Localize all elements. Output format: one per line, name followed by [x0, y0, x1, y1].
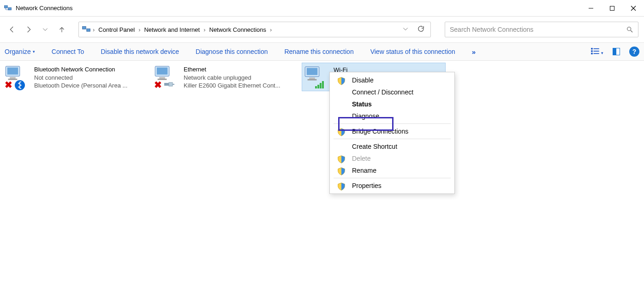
close-button[interactable]	[623, 0, 644, 17]
svg-rect-35	[320, 83, 322, 88]
shield-icon	[337, 155, 346, 164]
svg-rect-14	[591, 53, 593, 54]
content-area: ✖ Bluetooth Network Connection Not conne…	[0, 61, 644, 94]
breadcrumb-item[interactable]: Control Panel	[96, 25, 137, 34]
menu-separator	[334, 123, 451, 124]
chevron-right-icon: ›	[270, 26, 272, 33]
connection-status: Network cable unplugged	[184, 74, 280, 82]
connection-status: Not connected	[34, 74, 127, 82]
views-button[interactable]: ▾	[591, 48, 603, 56]
menu-bridge[interactable]: Bridge Connections	[330, 125, 454, 137]
maximize-button[interactable]	[602, 0, 623, 17]
context-menu: Disable Connect / Disconnect Status Diag…	[329, 72, 455, 194]
organize-menu[interactable]: Organize	[5, 48, 35, 55]
svg-rect-34	[317, 85, 319, 88]
search-box[interactable]	[445, 22, 638, 37]
view-status-button[interactable]: View status of this connection	[370, 48, 455, 55]
diagnose-button[interactable]: Diagnose this connection	[196, 48, 268, 55]
minimize-button[interactable]	[580, 0, 602, 17]
connection-name: Ethernet	[184, 65, 280, 74]
svg-rect-16	[594, 51, 599, 52]
refresh-button[interactable]	[417, 25, 425, 34]
search-icon	[626, 26, 633, 33]
menu-separator	[334, 139, 451, 139]
titlebar: Network Connections	[0, 0, 644, 17]
recent-button[interactable]	[41, 25, 50, 34]
menu-label: Delete	[352, 155, 370, 162]
menu-diagnose[interactable]: Diagnose	[330, 110, 454, 122]
ethernet-plug-icon	[164, 81, 174, 89]
menu-properties[interactable]: Properties	[330, 180, 454, 192]
error-x-icon: ✖	[5, 79, 12, 90]
connection-device: Bluetooth Device (Personal Area ...	[34, 82, 127, 90]
address-icon	[82, 25, 91, 34]
menu-disable[interactable]: Disable	[330, 74, 454, 86]
chevron-right-icon: ›	[203, 26, 205, 33]
forward-button[interactable]	[24, 25, 33, 34]
svg-rect-9	[87, 29, 90, 31]
disable-device-button[interactable]: Disable this network device	[101, 48, 179, 55]
menu-connect-disconnect[interactable]: Connect / Disconnect	[330, 86, 454, 98]
menu-rename[interactable]: Rename	[330, 164, 454, 176]
shield-icon	[337, 128, 346, 136]
back-button[interactable]	[7, 25, 17, 34]
address-dropdown-button[interactable]	[402, 26, 409, 34]
svg-rect-30	[307, 68, 317, 75]
menu-label: Rename	[352, 167, 376, 174]
svg-rect-0	[5, 6, 8, 8]
rename-button[interactable]: Rename this connection	[284, 48, 353, 55]
svg-rect-36	[322, 81, 324, 88]
shield-icon	[337, 182, 346, 191]
connection-item-bluetooth[interactable]: ✖ Bluetooth Network Connection Not conne…	[3, 63, 147, 93]
connection-device: Killer E2600 Gigabit Ethernet Cont...	[184, 82, 280, 90]
window-controls	[580, 0, 644, 17]
connection-item-ethernet[interactable]: ✖ Ethernet Network cable unplugged Kille…	[152, 63, 296, 93]
svg-rect-26	[164, 83, 169, 86]
menu-label: Disable	[352, 76, 374, 84]
breadcrumb-item[interactable]: Network and Internet	[142, 25, 202, 34]
preview-pane-button[interactable]	[613, 48, 620, 55]
menu-separator	[334, 178, 451, 178]
shield-icon	[337, 167, 346, 176]
breadcrumb-item[interactable]: Network Connections	[208, 25, 268, 34]
svg-rect-31	[309, 77, 315, 79]
command-bar: Organize Connect To Disable this network…	[0, 42, 644, 61]
menu-label: Bridge Connections	[352, 128, 408, 135]
connect-to-button[interactable]: Connect To	[52, 48, 84, 55]
connection-name: Bluetooth Network Connection	[34, 65, 127, 74]
up-button[interactable]	[57, 25, 66, 34]
svg-rect-15	[594, 48, 599, 49]
svg-point-10	[627, 27, 631, 31]
svg-rect-33	[315, 86, 317, 88]
svg-rect-19	[7, 68, 18, 75]
svg-rect-23	[157, 68, 167, 75]
svg-rect-24	[159, 77, 165, 79]
app-icon	[4, 4, 12, 12]
svg-rect-8	[83, 26, 86, 29]
svg-rect-27	[169, 82, 173, 86]
menu-label: Diagnose	[352, 112, 379, 120]
window-title: Network Connections	[16, 5, 73, 12]
svg-rect-13	[591, 50, 593, 52]
address-bar[interactable]: › Control Panel › Network and Internet ›…	[78, 22, 431, 37]
nav-row: › Control Panel › Network and Internet ›…	[0, 17, 644, 42]
svg-rect-17	[594, 53, 599, 54]
menu-delete[interactable]: Delete	[330, 152, 454, 164]
menu-create-shortcut[interactable]: Create Shortcut	[330, 141, 454, 152]
menu-label: Create Shortcut	[352, 143, 397, 150]
menu-label: Properties	[352, 182, 382, 189]
overflow-button[interactable]: »	[472, 48, 476, 56]
svg-rect-20	[10, 77, 16, 79]
svg-line-11	[631, 30, 632, 32]
svg-rect-5	[610, 6, 614, 10]
menu-status[interactable]: Status	[330, 98, 454, 110]
chevron-right-icon: ›	[138, 26, 140, 33]
svg-rect-12	[591, 48, 593, 50]
menu-label: Connect / Disconnect	[352, 88, 413, 96]
menu-label: Status	[352, 100, 372, 108]
help-button[interactable]: ?	[629, 47, 639, 57]
wifi-signal-icon	[315, 80, 326, 90]
search-input[interactable]	[450, 26, 626, 33]
bluetooth-icon	[15, 80, 25, 90]
error-x-icon: ✖	[154, 79, 162, 90]
